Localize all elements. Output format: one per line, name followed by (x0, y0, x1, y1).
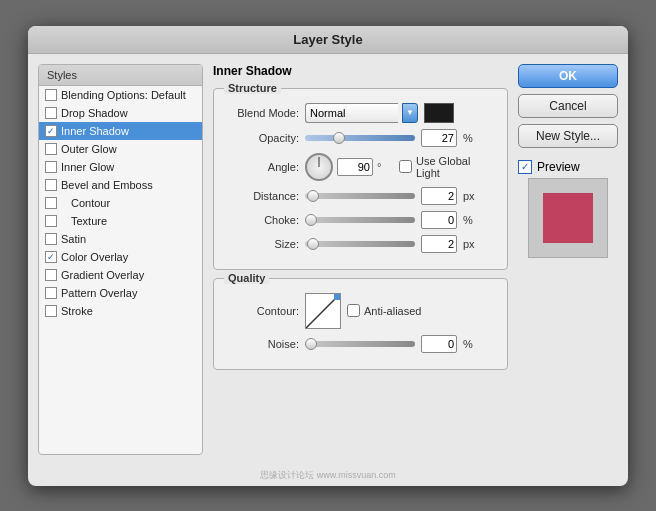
ok-button[interactable]: OK (518, 64, 618, 88)
cancel-button[interactable]: Cancel (518, 94, 618, 118)
opacity-input[interactable]: 27 (421, 129, 457, 147)
size-slider-track[interactable] (305, 241, 415, 247)
contour-label: Contour (71, 197, 110, 209)
sidebar-item-pattern-overlay[interactable]: Pattern Overlay (39, 284, 202, 302)
angle-dial-container: 90 ° (305, 153, 393, 181)
choke-slider-track[interactable] (305, 217, 415, 223)
satin-label: Satin (61, 233, 86, 245)
sidebar-item-color-overlay[interactable]: ✓ Color Overlay (39, 248, 202, 266)
inner-shadow-section-title: Inner Shadow (213, 64, 508, 78)
noise-slider-container (305, 341, 415, 347)
bevel-emboss-checkbox[interactable] (45, 179, 57, 191)
title-bar: Layer Style (28, 26, 628, 54)
preview-checkbox[interactable]: ✓ (518, 160, 532, 174)
blend-mode-select-container[interactable]: Normal ▼ (305, 103, 418, 123)
noise-slider-track[interactable] (305, 341, 415, 347)
texture-checkbox[interactable] (45, 215, 57, 227)
drop-shadow-label: Drop Shadow (61, 107, 128, 119)
preview-label: Preview (537, 160, 580, 174)
noise-slider-thumb[interactable] (305, 338, 317, 350)
blend-mode-select-value[interactable]: Normal (305, 103, 398, 123)
size-row: Size: 2 px (224, 235, 497, 253)
preview-inner-swatch (543, 193, 593, 243)
choke-row: Choke: 0 % (224, 211, 497, 229)
choke-slider-thumb[interactable] (305, 214, 317, 226)
sidebar-item-contour[interactable]: Contour (39, 194, 202, 212)
preview-section: ✓ Preview (518, 160, 618, 258)
distance-unit: px (463, 190, 479, 202)
choke-slider-container (305, 217, 415, 223)
choke-unit: % (463, 214, 479, 226)
angle-dial[interactable] (305, 153, 333, 181)
distance-slider-track[interactable] (305, 193, 415, 199)
noise-input[interactable]: 0 (421, 335, 457, 353)
sidebar-item-texture[interactable]: Texture (39, 212, 202, 230)
styles-header: Styles (39, 65, 202, 86)
dial-line (319, 157, 320, 167)
sidebar-item-satin[interactable]: Satin (39, 230, 202, 248)
anti-aliased-label: Anti-aliased (364, 305, 421, 317)
texture-label: Texture (71, 215, 107, 227)
drop-shadow-checkbox[interactable] (45, 107, 57, 119)
gradient-overlay-label: Gradient Overlay (61, 269, 144, 281)
contour-preview-box[interactable] (305, 293, 341, 329)
color-overlay-label: Color Overlay (61, 251, 128, 263)
anti-alias-row: Anti-aliased (347, 304, 421, 317)
structure-section: Structure Blend Mode: Normal ▼ Opacity: (213, 88, 508, 270)
blend-mode-label: Blend Mode: (224, 107, 299, 119)
outer-glow-checkbox[interactable] (45, 143, 57, 155)
angle-unit: ° (377, 161, 393, 173)
use-global-light-row: Use Global Light (399, 155, 497, 179)
blend-mode-color-swatch[interactable] (424, 103, 454, 123)
noise-row: Noise: 0 % (224, 335, 497, 353)
stroke-label: Stroke (61, 305, 93, 317)
distance-row: Distance: 2 px (224, 187, 497, 205)
pattern-overlay-label: Pattern Overlay (61, 287, 137, 299)
sidebar-item-gradient-overlay[interactable]: Gradient Overlay (39, 266, 202, 284)
blend-mode-dropdown-arrow[interactable]: ▼ (402, 103, 418, 123)
structure-label: Structure (224, 82, 281, 94)
angle-label: Angle: (224, 161, 299, 173)
blending-options-checkbox[interactable] (45, 89, 57, 101)
size-input[interactable]: 2 (421, 235, 457, 253)
choke-input[interactable]: 0 (421, 211, 457, 229)
size-label: Size: (224, 238, 299, 250)
distance-input[interactable]: 2 (421, 187, 457, 205)
inner-glow-label: Inner Glow (61, 161, 114, 173)
contour-checkbox[interactable] (45, 197, 57, 209)
new-style-button[interactable]: New Style... (518, 124, 618, 148)
pattern-overlay-checkbox[interactable] (45, 287, 57, 299)
inner-glow-checkbox[interactable] (45, 161, 57, 173)
sidebar-item-stroke[interactable]: Stroke (39, 302, 202, 320)
gradient-overlay-checkbox[interactable] (45, 269, 57, 281)
right-panel: OK Cancel New Style... ✓ Preview (518, 64, 618, 455)
quality-label: Quality (224, 272, 269, 284)
size-slider-thumb[interactable] (307, 238, 319, 250)
use-global-light-checkbox[interactable] (399, 160, 412, 173)
opacity-label: Opacity: (224, 132, 299, 144)
opacity-unit: % (463, 132, 479, 144)
stroke-checkbox[interactable] (45, 305, 57, 317)
inner-shadow-checkbox[interactable]: ✓ (45, 125, 57, 137)
angle-input[interactable]: 90 (337, 158, 373, 176)
satin-checkbox[interactable] (45, 233, 57, 245)
inner-shadow-label: Inner Shadow (61, 125, 129, 137)
sidebar-item-bevel-emboss[interactable]: Bevel and Emboss (39, 176, 202, 194)
distance-slider-thumb[interactable] (307, 190, 319, 202)
anti-aliased-checkbox[interactable] (347, 304, 360, 317)
opacity-slider-thumb[interactable] (333, 132, 345, 144)
distance-slider-container (305, 193, 415, 199)
opacity-slider-track[interactable] (305, 135, 415, 141)
quality-contour-label: Contour: (224, 305, 299, 317)
noise-unit: % (463, 338, 479, 350)
sidebar-item-inner-glow[interactable]: Inner Glow (39, 158, 202, 176)
size-unit: px (463, 238, 479, 250)
sidebar-item-blending-options[interactable]: Blending Options: Default (39, 86, 202, 104)
sidebar-item-inner-shadow[interactable]: ✓ Inner Shadow (39, 122, 202, 140)
sidebar-item-drop-shadow[interactable]: Drop Shadow (39, 104, 202, 122)
noise-label: Noise: (224, 338, 299, 350)
color-overlay-checkbox[interactable]: ✓ (45, 251, 57, 263)
blend-mode-row: Blend Mode: Normal ▼ (224, 103, 497, 123)
watermark: 思缘设计论坛 www.missvuan.com (28, 465, 628, 486)
sidebar-item-outer-glow[interactable]: Outer Glow (39, 140, 202, 158)
